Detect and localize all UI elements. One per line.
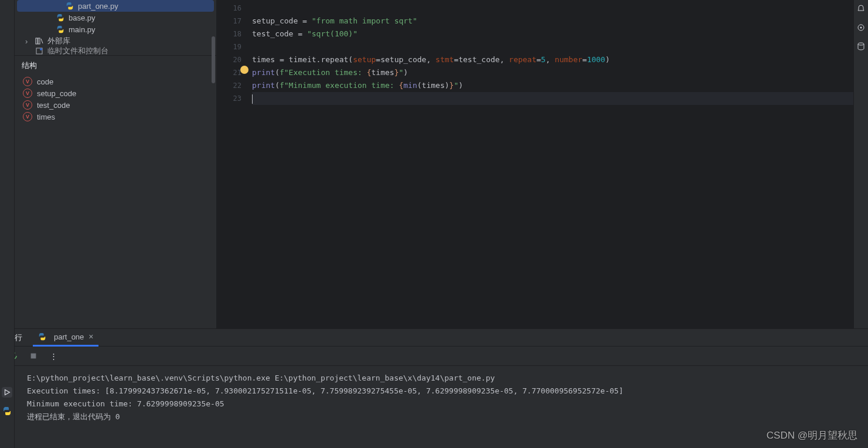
stop-icon[interactable] xyxy=(28,351,39,361)
console-line: Execution times: [8.179992437362671e-05,… xyxy=(27,385,861,398)
structure-item-code[interactable]: Vcode xyxy=(21,76,210,87)
file-tree[interactable]: part_one.pybase.pymain.py xyxy=(15,0,216,35)
console-output[interactable]: E:\python_project\learn_base\.venv\Scrip… xyxy=(20,366,868,448)
right-tool-rail xyxy=(853,0,868,328)
code-line-22[interactable]: print(f"Minimum execution time: {min(tim… xyxy=(252,79,868,92)
more-icon[interactable]: ⋮ xyxy=(48,351,59,361)
python-icon xyxy=(56,25,65,34)
code-line-18[interactable]: test_code = "sqrt(100)" xyxy=(252,28,868,40)
svg-rect-0 xyxy=(36,38,38,44)
file-base-py[interactable]: base.py xyxy=(15,12,216,23)
structure-item-label: test_code xyxy=(37,101,70,110)
file-part_one-py[interactable]: part_one.py xyxy=(17,0,214,12)
notifications-icon[interactable] xyxy=(856,4,866,14)
project-sidebar: part_one.pybase.pymain.py › 外部库 临时文件和控制台… xyxy=(15,0,217,328)
code-line-20[interactable]: times = timeit.repeat(setup=setup_code, … xyxy=(252,53,868,66)
scratches-node[interactable]: 临时文件和控制台 xyxy=(15,47,216,55)
code-line-17[interactable]: setup_code = "from math import sqrt" xyxy=(252,15,868,28)
svg-point-6 xyxy=(860,27,862,29)
python-icon xyxy=(38,332,47,341)
code-line-21[interactable]: print(f"Execution times: {times}") xyxy=(252,66,868,79)
svg-rect-1 xyxy=(38,38,40,44)
left-tool-gutter xyxy=(0,0,15,328)
chevron-right-icon: › xyxy=(25,37,33,46)
line-number-gutter: 1617181920212223 xyxy=(217,0,252,328)
run-tab-label: part_one xyxy=(54,332,84,341)
svg-point-4 xyxy=(40,48,42,50)
watermark: CSDN @明月望秋思 xyxy=(767,429,857,442)
file-label: main.py xyxy=(69,25,96,34)
left-bottom-rail xyxy=(0,328,15,448)
run-tabs: 运行 part_one × xyxy=(0,329,868,347)
svg-rect-8 xyxy=(31,354,36,359)
code-line-19[interactable] xyxy=(252,40,868,53)
structure-item-label: times xyxy=(37,113,55,121)
code-line-23[interactable] xyxy=(252,92,868,105)
database-icon[interactable] xyxy=(856,41,866,52)
library-icon xyxy=(35,36,44,46)
intention-bulb-icon[interactable] xyxy=(240,66,249,74)
external-libs-node[interactable]: › 外部库 xyxy=(15,35,216,47)
structure-item-setup_code[interactable]: Vsetup_code xyxy=(21,87,210,99)
structure-item-label: setup_code xyxy=(37,89,76,98)
scratch-icon xyxy=(35,47,44,55)
console-line: E:\python_project\learn_base\.venv\Scrip… xyxy=(27,372,861,385)
structure-item-label: code xyxy=(37,77,53,86)
variable-icon: V xyxy=(23,77,32,86)
structure-list: VcodeVsetup_codeVtest_codeVtimes xyxy=(15,74,216,124)
python-console-rail-icon[interactable] xyxy=(2,406,12,416)
external-libs-label: 外部库 xyxy=(47,36,70,46)
variable-icon: V xyxy=(23,89,32,98)
ai-icon[interactable] xyxy=(856,22,866,33)
run-rail-icon[interactable] xyxy=(2,387,12,398)
variable-icon: V xyxy=(23,112,32,121)
structure-item-times[interactable]: Vtimes xyxy=(21,111,210,123)
file-main-py[interactable]: main.py xyxy=(15,23,216,35)
structure-header: 结构 xyxy=(15,55,216,74)
file-label: base.py xyxy=(69,13,96,22)
code-editor[interactable]: 1617181920212223 setup_code = "from math… xyxy=(217,0,868,328)
scratches-label: 临时文件和控制台 xyxy=(47,47,108,55)
file-label: part_one.py xyxy=(78,2,118,11)
svg-point-7 xyxy=(858,43,864,45)
structure-item-test_code[interactable]: Vtest_code xyxy=(21,99,210,111)
run-toolbar: ⋮ xyxy=(0,347,868,366)
console-line: 进程已结束，退出代码为 0 xyxy=(27,410,861,423)
console-line: Minimum execution time: 7.6299998909235e… xyxy=(27,398,861,410)
svg-line-2 xyxy=(41,39,43,43)
run-tool-window: 运行 part_one × ⋮ ↑ ↓ xyxy=(0,328,868,448)
sidebar-scrollbar[interactable] xyxy=(210,35,216,55)
python-icon xyxy=(56,13,65,22)
close-icon[interactable]: × xyxy=(88,332,93,341)
python-icon xyxy=(65,1,74,11)
code-line-16[interactable] xyxy=(252,2,868,15)
variable-icon: V xyxy=(23,100,32,110)
run-tab-active[interactable]: part_one × xyxy=(33,329,98,347)
code-area[interactable]: setup_code = "from math import sqrt"test… xyxy=(252,0,868,328)
